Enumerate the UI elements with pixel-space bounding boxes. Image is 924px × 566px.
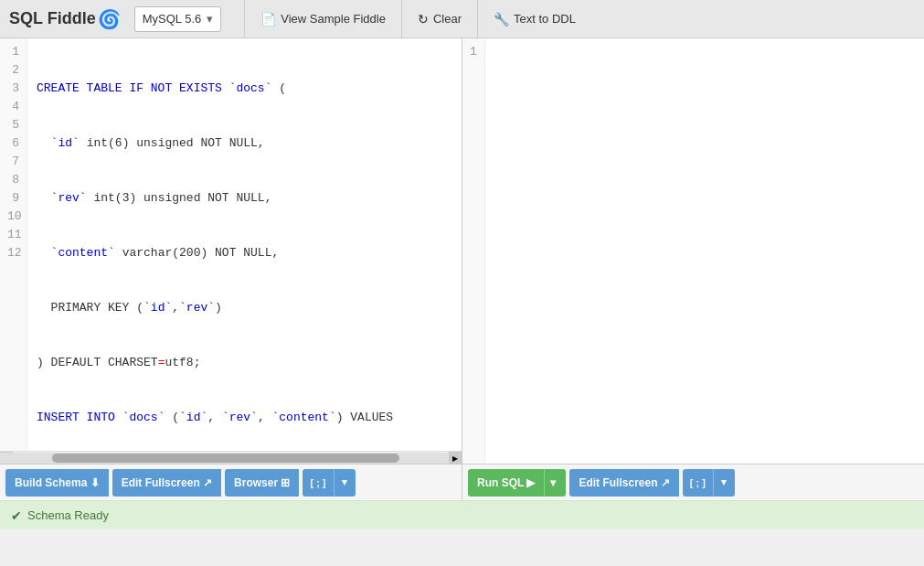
logo-icon: 🌀 xyxy=(98,8,121,30)
sql-editor-area: 1 xyxy=(462,38,924,464)
logo-text: SQL Fiddle xyxy=(9,9,96,28)
status-bar: ✔ Schema Ready xyxy=(0,500,924,529)
sql-panel: 1 Run SQL ▶ ▾ Edit Fullscreen ↗ [ ; ] ▾ xyxy=(462,38,924,500)
wrench-icon: 🔧 xyxy=(494,12,509,27)
scroll-track xyxy=(0,453,462,464)
text-to-ddl-button[interactable]: 🔧 Text to DDL xyxy=(483,0,587,38)
bracket-right-dropdown[interactable]: ▾ xyxy=(713,469,735,497)
header: SQL Fiddle 🌀 MySQL 5.6 ▾ 📄 View Sample F… xyxy=(0,0,924,38)
bracket-right-group: [ ; ] ▾ xyxy=(683,469,735,497)
check-icon: ✔ xyxy=(11,508,22,523)
view-sample-label: View Sample Fiddle xyxy=(281,12,386,26)
scroll-thumb[interactable] xyxy=(52,454,399,463)
edit-fullscreen-right-group: Edit Fullscreen ↗ xyxy=(569,469,678,497)
status-text: Schema Ready xyxy=(27,508,109,522)
edit-fullscreen-left-group: Edit Fullscreen ↗ xyxy=(112,469,221,497)
bracket-right-button[interactable]: [ ; ] xyxy=(683,469,713,497)
schema-editor-area: 1 2 3 4 5 6 7 8 9 10 11 12 CREATE xyxy=(0,38,462,451)
edit-fullscreen-left-button[interactable]: Edit Fullscreen ↗ xyxy=(112,469,221,497)
run-sql-button[interactable]: Run SQL ▶ xyxy=(468,469,544,497)
run-sql-group: Run SQL ▶ ▾ xyxy=(468,469,566,497)
schema-panel: 1 2 3 4 5 6 7 8 9 10 11 12 CREATE xyxy=(0,38,462,500)
chevron-down-icon: ▾ xyxy=(207,12,213,26)
sql-code-container: 1 xyxy=(462,38,924,464)
line-numbers: 1 2 3 4 5 6 7 8 9 10 11 12 xyxy=(0,38,27,451)
sql-toolbar: Run SQL ▶ ▾ Edit Fullscreen ↗ [ ; ] ▾ xyxy=(462,464,924,500)
code-line-6: ) DEFAULT CHARSET=utf8; xyxy=(37,354,462,372)
header-divider-2 xyxy=(401,0,402,38)
sql-code-content[interactable] xyxy=(485,38,924,464)
bracket-left-group: [ ; ] ▾ xyxy=(303,469,355,497)
sql-line-numbers: 1 xyxy=(462,38,485,464)
code-container: 1 2 3 4 5 6 7 8 9 10 11 12 CREATE xyxy=(0,38,462,451)
code-line-2: `id` int(6) unsigned NOT NULL, xyxy=(37,134,462,153)
refresh-icon: ↻ xyxy=(418,12,429,27)
clear-label: Clear xyxy=(433,12,462,26)
edit-fullscreen-right-button[interactable]: Edit Fullscreen ↗ xyxy=(569,469,678,497)
code-line-1: CREATE TABLE IF NOT EXISTS `docs` ( xyxy=(37,80,462,98)
code-line-7: INSERT INTO `docs` (`id`, `rev`, `conten… xyxy=(37,409,462,427)
run-sql-dropdown[interactable]: ▾ xyxy=(544,469,566,497)
text-to-ddl-label: Text to DDL xyxy=(514,12,576,26)
bracket-left-button[interactable]: [ ; ] xyxy=(303,469,333,497)
code-line-4: `content` varchar(200) NOT NULL, xyxy=(37,244,462,262)
view-sample-button[interactable]: 📄 View Sample Fiddle xyxy=(250,0,397,38)
code-line-5: PRIMARY KEY (`id`,`rev`) xyxy=(37,299,462,317)
build-schema-group: Build Schema ⬇ xyxy=(5,469,109,497)
build-schema-button[interactable]: Build Schema ⬇ xyxy=(5,469,109,497)
main-content: 1 2 3 4 5 6 7 8 9 10 11 12 CREATE xyxy=(0,38,924,500)
clear-button[interactable]: ↻ Clear xyxy=(407,0,473,38)
code-line-3: `rev` int(3) unsigned NOT NULL, xyxy=(37,189,462,208)
header-divider-3 xyxy=(477,0,478,38)
sql-editor-scroll[interactable]: 1 xyxy=(462,38,924,464)
schema-editor-scroll[interactable]: 1 2 3 4 5 6 7 8 9 10 11 12 CREATE xyxy=(0,38,462,451)
schema-toolbar: Build Schema ⬇ Edit Fullscreen ↗ Browser… xyxy=(0,464,462,500)
db-label: MySQL 5.6 xyxy=(143,12,202,26)
code-lines[interactable]: CREATE TABLE IF NOT EXISTS `docs` ( `id`… xyxy=(27,38,462,451)
bracket-left-dropdown[interactable]: ▾ xyxy=(334,469,356,497)
browser-group: Browser ⊞ xyxy=(225,469,299,497)
schema-h-scrollbar[interactable]: ◀ ▶ xyxy=(0,451,462,464)
db-selector[interactable]: MySQL 5.6 ▾ xyxy=(134,6,222,32)
scroll-right-arrow[interactable]: ▶ xyxy=(449,452,462,464)
browser-button[interactable]: Browser ⊞ xyxy=(225,469,299,497)
logo: SQL Fiddle 🌀 xyxy=(9,8,121,30)
sample-icon: 📄 xyxy=(260,12,276,27)
header-divider-1 xyxy=(244,0,245,38)
